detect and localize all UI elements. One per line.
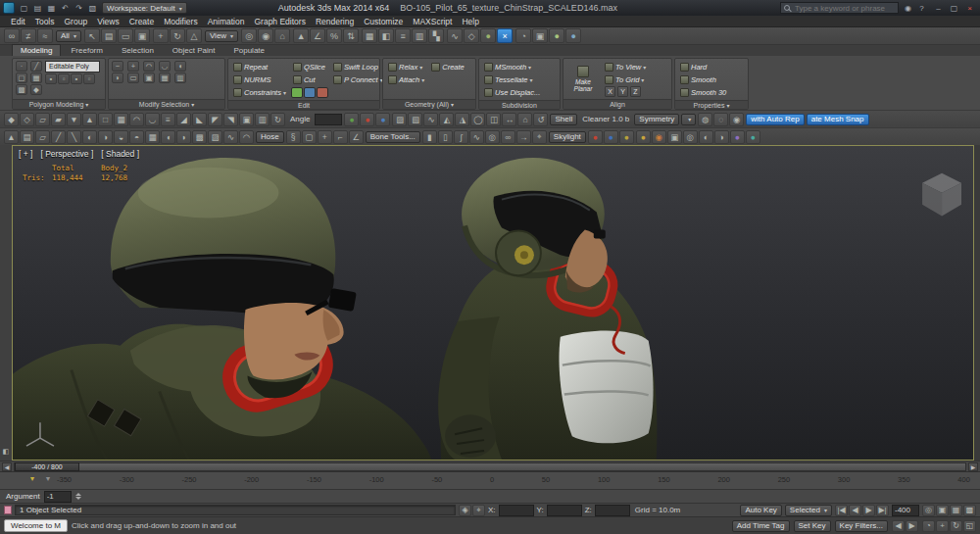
orbit-view-icon[interactable]: ↻ (950, 520, 962, 532)
edge-loop-select-icon[interactable]: ◠ (129, 113, 144, 126)
configure-modifier-icon[interactable]: ▫ (83, 73, 95, 84)
object-mode-icon[interactable]: ◆ (30, 84, 42, 95)
panel-footer-edit[interactable]: Edit (228, 100, 379, 109)
constraints-dropdown[interactable]: Constraints (231, 86, 288, 98)
strip-loop-icon[interactable]: ◫ (486, 113, 501, 126)
workspace-dropdown[interactable]: Workspace: Default (102, 2, 187, 14)
shell-button[interactable]: Shell (550, 114, 577, 125)
daylight-system-icon[interactable]: ● (636, 130, 651, 144)
point-helper-icon[interactable]: + (318, 130, 332, 144)
menu-group[interactable]: Group (60, 17, 93, 26)
select-and-link-icon[interactable]: ∞ (4, 28, 20, 43)
manage-layers-icon[interactable]: ▥ (412, 28, 427, 43)
edge-constraint-icon[interactable] (291, 87, 303, 98)
curve-editor-icon[interactable]: ∿ (447, 28, 463, 43)
panel-footer-subdivision[interactable]: Subdivision (479, 100, 560, 109)
outline-selection-icon[interactable]: ▭ (127, 73, 139, 83)
repeat-button[interactable]: Repeat (231, 61, 288, 73)
create-button[interactable]: Create (429, 61, 466, 73)
angle-snap-toggle-icon[interactable]: ∠ (310, 28, 325, 43)
reference-coordinate-dropdown[interactable]: View (205, 30, 238, 42)
panel-footer-align[interactable]: Align (564, 99, 671, 109)
menu-customize[interactable]: Customize (359, 17, 408, 26)
vertex-mode-icon[interactable]: · (16, 61, 27, 72)
symmetry-button[interactable]: Symmetry (634, 114, 679, 125)
next-key-icon[interactable]: ▶ (906, 520, 918, 532)
save-file-icon[interactable]: ▦ (45, 2, 58, 14)
go-to-start-icon[interactable]: |◀ (835, 505, 848, 516)
ribbon-tab-object-paint[interactable]: Object Paint (164, 44, 224, 56)
render-iterative-icon[interactable]: ● (565, 28, 581, 43)
qslice-button[interactable]: QSlice (291, 61, 328, 73)
show-end-result-icon[interactable]: ▫ (58, 73, 70, 84)
render-elements-icon[interactable]: ● (746, 130, 760, 144)
play-animation-icon[interactable]: ▶ (862, 505, 875, 516)
auto-key-button[interactable]: Auto Key (740, 505, 781, 516)
redo-icon[interactable]: ↷ (73, 2, 85, 14)
cut-button[interactable]: Cut (291, 73, 328, 85)
selection-filter-dropdown[interactable]: All (56, 30, 81, 42)
select-and-move-icon[interactable]: + (153, 28, 169, 43)
vertex-paint-icon[interactable]: ◓ (129, 130, 144, 144)
free-light-icon[interactable]: ● (619, 130, 634, 144)
absolute-mode-icon[interactable]: ⌖ (472, 505, 485, 516)
previous-frame-icon[interactable]: ◀ (849, 505, 861, 516)
viewport-general-menu[interactable]: [ + ] (19, 149, 32, 159)
track-bar[interactable]: ▼▼ -350-300-250-200-150-100-500501001502… (0, 471, 980, 489)
tessellate-tool-icon[interactable]: ◑ (98, 130, 113, 144)
shrink-selection-icon[interactable]: − (112, 61, 123, 72)
step-loop-icon[interactable]: ▥ (174, 73, 186, 83)
menu-graph-editors[interactable]: Graph Editors (249, 17, 310, 26)
new-scene-icon[interactable]: ▢ (18, 2, 30, 14)
maxscript-mini-listener[interactable] (4, 506, 12, 514)
hard-edges-button[interactable]: Hard (678, 61, 728, 73)
select-by-name-icon[interactable]: ▤ (101, 28, 117, 43)
time-slider-handle[interactable]: -400 / 800 (15, 462, 79, 471)
select-and-uniform-scale-icon[interactable]: △ (186, 28, 202, 43)
track-note-marker-icon[interactable]: ▼ (43, 473, 53, 483)
zoom-extents-all-icon[interactable]: ▩ (963, 505, 976, 516)
normal-constraint-icon[interactable] (317, 87, 328, 98)
cleaner-script-button[interactable]: Cleaner 1.0 b (579, 115, 632, 123)
cut-tool-icon[interactable]: ╱ (51, 130, 66, 144)
skylight-button[interactable]: Skylight (549, 131, 586, 143)
set-flow-icon[interactable]: ∿ (423, 113, 438, 126)
isolate-selection-icon[interactable]: ◉ (729, 113, 744, 126)
viewport-pov-menu[interactable]: [ Perspective ] (40, 149, 93, 159)
path-constraint-icon[interactable]: → (516, 130, 531, 144)
auto-loop-icon[interactable]: ◯ (470, 113, 485, 126)
generate-mesh-snap-button[interactable]: ate Mesh Snap (807, 114, 869, 125)
render-setup-icon[interactable]: ◔ (515, 28, 531, 43)
search-input[interactable] (793, 3, 895, 14)
exposure-control-icon[interactable]: ◐ (699, 130, 713, 144)
open-file-icon[interactable]: ▤ (31, 2, 44, 14)
morpher-icon[interactable]: ◖ (161, 130, 175, 144)
reset-xform-icon[interactable]: ↺ (533, 113, 548, 126)
selection-lock-icon[interactable]: ◈ (459, 505, 471, 516)
schematic-view-icon[interactable]: ◇ (464, 28, 479, 43)
border-mode-icon[interactable]: ▢ (16, 73, 27, 83)
bone-edit-mode-icon[interactable]: ▮ (422, 130, 437, 144)
inset-faces-icon[interactable]: ◥ (223, 113, 238, 126)
tessellate-button[interactable]: Tessellate (482, 73, 542, 85)
ribbon-tab-selection[interactable]: Selection (113, 44, 163, 56)
menu-help[interactable]: Help (457, 17, 483, 26)
relax-brush-icon[interactable]: ● (360, 113, 374, 126)
graphite-modeling-ribbon-icon[interactable]: ▚ (428, 28, 444, 43)
effects-settings-icon[interactable]: ● (730, 130, 745, 144)
unlink-selection-icon[interactable]: ≠ (21, 28, 36, 43)
bend-modifier-icon[interactable]: ◠ (239, 130, 254, 144)
environment-settings-icon[interactable]: ◑ (714, 130, 729, 144)
element-mode-icon[interactable]: ▩ (16, 84, 27, 95)
ring-grow-icon[interactable]: ◗ (112, 73, 123, 83)
track-key-marker-icon[interactable]: ▼ (27, 473, 37, 483)
pin-stack-icon[interactable]: ▪ (45, 73, 57, 84)
spinner-snap-toggle-icon[interactable]: ⇅ (343, 28, 359, 43)
preserve-uvs-icon[interactable]: ▱ (35, 113, 50, 126)
active-tool-icon[interactable]: × (497, 28, 513, 43)
panel-footer-polygon-modeling[interactable]: Polygon Modeling (13, 99, 105, 109)
bridge-polygons-icon[interactable]: ▥ (255, 113, 270, 126)
attach-button[interactable]: Attach (386, 73, 426, 85)
undo-icon[interactable]: ↶ (59, 2, 72, 14)
select-object-icon[interactable]: ↖ (84, 28, 100, 43)
